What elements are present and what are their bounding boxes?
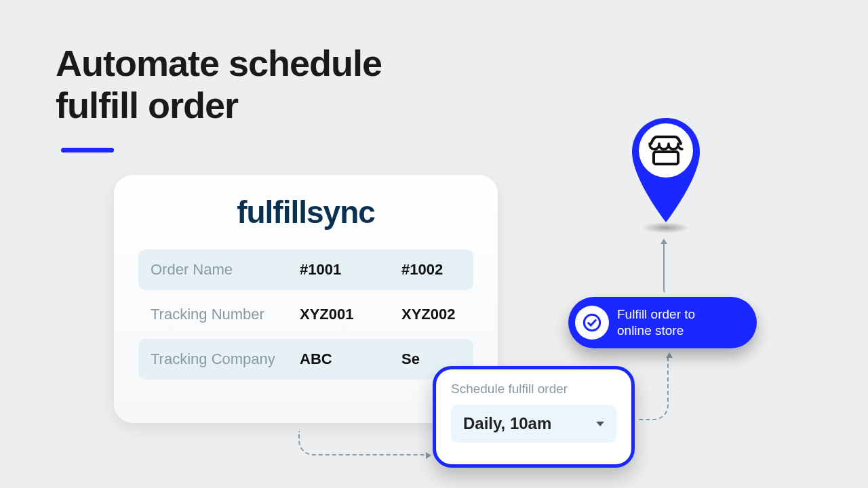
connector-pill-to-pin xyxy=(663,241,665,293)
pin-shadow xyxy=(642,222,690,233)
page-title: Automate schedule fulfill order xyxy=(56,42,382,126)
row-tracking-number: Tracking Number XYZ001 XYZ002 xyxy=(138,294,473,335)
brand-name: fulfillsync xyxy=(138,194,473,230)
value-order-name-0: #1001 xyxy=(300,261,401,279)
label-tracking-company: Tracking Company xyxy=(151,350,300,368)
label-order-name: Order Name xyxy=(151,261,300,279)
arrowhead-icon xyxy=(666,352,673,358)
value-tracking-number-1: XYZ002 xyxy=(401,306,456,323)
connector-popover-to-pill xyxy=(639,355,669,420)
row-order-name: Order Name #1001 #1002 xyxy=(138,249,473,290)
value-tracking-company-1: Se xyxy=(401,350,420,368)
arrowhead-icon xyxy=(426,452,431,459)
fulfill-order-text: Fulfill order to online store xyxy=(617,306,695,339)
value-tracking-number-0: XYZ001 xyxy=(300,306,401,323)
chevron-down-icon xyxy=(596,422,604,426)
arrowhead-icon xyxy=(660,239,667,244)
store-pin xyxy=(625,114,707,232)
label-tracking-number: Tracking Number xyxy=(151,306,300,323)
row-tracking-company: Tracking Company ABC Se xyxy=(138,339,473,380)
value-order-name-1: #1002 xyxy=(401,261,443,279)
connector-card-to-popover xyxy=(298,431,430,455)
fulfill-order-pill[interactable]: Fulfill order to online store xyxy=(568,297,757,348)
schedule-select[interactable]: Daily, 10am xyxy=(451,405,616,443)
map-pin-icon xyxy=(625,114,707,229)
schedule-selected-value: Daily, 10am xyxy=(463,414,551,433)
check-circle-icon xyxy=(575,306,609,340)
schedule-popover: Schedule fulfill order Daily, 10am xyxy=(433,366,635,468)
schedule-label: Schedule fulfill order xyxy=(451,382,616,396)
heading-underline xyxy=(61,148,114,152)
value-tracking-company-0: ABC xyxy=(300,350,401,368)
